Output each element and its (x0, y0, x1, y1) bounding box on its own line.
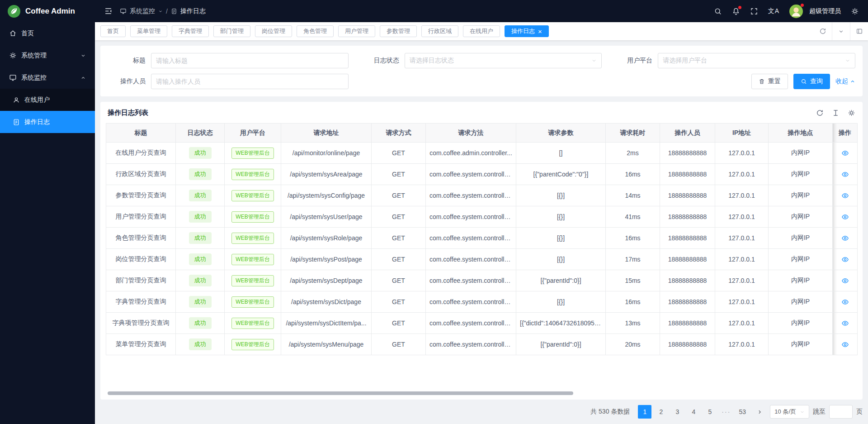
log-status-select[interactable]: 请选择日志状态 (405, 53, 602, 68)
pagination-page[interactable]: 3 (670, 405, 684, 419)
next-page-button[interactable] (753, 405, 766, 419)
sidebar-item-label: 首页 (21, 29, 34, 38)
cell-duration: 41ms (606, 206, 660, 228)
pagination-total: 共 530 条数据 (590, 408, 630, 416)
cell-request-url: /api/system/sysRole/page (281, 228, 372, 249)
row-density-icon[interactable] (832, 109, 840, 117)
collapse-link[interactable]: 收起 (835, 77, 855, 86)
cell-handler: com.coffee.system.controlle... (426, 270, 516, 291)
platform-placeholder: 请选择用户平台 (663, 57, 845, 65)
column-settings-gear-icon[interactable] (848, 109, 855, 117)
settings-gear-icon[interactable] (851, 7, 859, 15)
platform-label: 用户平台 (614, 57, 658, 65)
tab[interactable]: 岗位管理 (255, 25, 292, 37)
view-detail-button[interactable] (841, 341, 849, 348)
tab-label: 部门管理 (220, 27, 244, 35)
cell-location: 内网IP (769, 206, 833, 228)
cell-handler: com.coffee.system.controlle... (426, 164, 516, 185)
notification-bell-icon[interactable] (732, 7, 740, 15)
tab[interactable]: 用户管理 (338, 25, 375, 37)
sidebar-item-online-users[interactable]: 在线用户 (0, 89, 95, 111)
cell-params: [{"dictId":140647326180950... (516, 313, 606, 334)
cell-title: 岗位管理分页查询 (106, 249, 176, 270)
refresh-icon[interactable] (816, 109, 824, 117)
title-label: 标题 (108, 57, 151, 65)
horizontal-scrollbar-thumb[interactable] (108, 391, 573, 395)
cell-status: 成功 (176, 291, 225, 313)
tab[interactable]: 字典管理 (172, 25, 209, 37)
cell-handler: com.coffee.admin.controller... (426, 143, 516, 164)
view-detail-button[interactable] (841, 298, 849, 306)
sidebar-item-home[interactable]: 首页 (0, 22, 95, 44)
menu-fold-icon[interactable] (104, 7, 113, 15)
view-detail-button[interactable] (841, 213, 849, 221)
cell-location: 内网IP (769, 334, 833, 355)
tab-active[interactable]: 操作日志× (505, 25, 549, 37)
tab[interactable]: 角色管理 (297, 25, 334, 37)
pagination-page[interactable]: 53 (736, 405, 749, 419)
breadcrumb-section[interactable]: 系统监控 (130, 7, 155, 15)
search-button[interactable]: 查询 (793, 74, 830, 89)
tab[interactable]: 首页 (100, 25, 126, 37)
cell-ip: 127.0.0.1 (715, 185, 769, 206)
tab-close-icon[interactable]: × (538, 28, 542, 35)
sidebar-item-operation-logs[interactable]: 操作日志 (0, 111, 95, 133)
tab[interactable]: 参数管理 (380, 25, 417, 37)
search-icon[interactable] (714, 7, 722, 15)
fullscreen-icon[interactable] (750, 7, 758, 15)
pagination-page[interactable]: 2 (654, 405, 668, 419)
user-platform-select[interactable]: 请选择用户平台 (658, 53, 855, 68)
status-badge: 成功 (189, 296, 212, 308)
tab[interactable]: 部门管理 (213, 25, 250, 37)
cell-actions (833, 164, 858, 185)
pagination-page[interactable]: 4 (687, 405, 700, 419)
view-detail-button[interactable] (841, 171, 849, 178)
pagination-page[interactable]: 1 (638, 405, 651, 419)
translate-icon[interactable]: 文A (768, 7, 779, 15)
page-size-select[interactable]: 10 条/页 (770, 405, 809, 419)
table-row: 角色管理分页查询成功WEB管理后台/api/system/sysRole/pag… (106, 228, 858, 249)
avatar[interactable] (789, 5, 803, 18)
status-badge: 成功 (189, 317, 212, 329)
sidebar-submenu: 在线用户 操作日志 (0, 89, 95, 133)
cell-title: 部门管理分页查询 (106, 270, 176, 291)
cell-request-method: GET (372, 334, 426, 355)
reset-button[interactable]: 重置 (751, 74, 788, 89)
view-detail-button[interactable] (841, 256, 849, 263)
cell-operator: 18888888888 (660, 228, 715, 249)
cell-duration: 13ms (606, 313, 660, 334)
tab[interactable]: 行政区域 (421, 25, 458, 37)
content-layout-icon[interactable] (850, 22, 868, 40)
table-row: 行政区域分页查询成功WEB管理后台/api/system/sysArea/pag… (106, 164, 858, 185)
column-header: 操作人员 (660, 124, 715, 143)
cell-location: 内网IP (769, 313, 833, 334)
view-detail-button[interactable] (841, 234, 849, 242)
cell-ip: 127.0.0.1 (715, 270, 769, 291)
operator-input[interactable] (151, 74, 349, 89)
sidebar-item-system-monitor[interactable]: 系统监控 (0, 67, 95, 89)
log-document-icon (13, 119, 20, 126)
sidebar: Coffee Admin 首页 系统管理 系统监控 在线用户 操作日志 (0, 0, 95, 424)
view-detail-button[interactable] (841, 319, 849, 327)
search-label: 查询 (810, 77, 823, 86)
cell-ip: 127.0.0.1 (715, 249, 769, 270)
view-detail-button[interactable] (841, 277, 849, 285)
sidebar-item-label: 系统监控 (21, 74, 47, 82)
cell-handler: com.coffee.system.controlle... (426, 185, 516, 206)
pagination-ellipsis: ··· (719, 405, 733, 419)
refresh-icon[interactable] (814, 22, 832, 40)
search-icon (801, 78, 807, 85)
view-detail-button[interactable] (841, 192, 849, 200)
username[interactable]: 超级管理员 (809, 7, 841, 15)
title-input[interactable] (151, 53, 349, 68)
tab[interactable]: 在线用户 (463, 25, 500, 37)
cell-request-method: GET (372, 206, 426, 228)
jump-page-input[interactable] (829, 405, 853, 419)
sidebar-item-system-management[interactable]: 系统管理 (0, 44, 95, 67)
tab-actions-chevron-down-icon[interactable] (832, 22, 850, 40)
pagination-page[interactable]: 5 (703, 405, 717, 419)
gear-icon (9, 52, 17, 59)
cell-title: 用户管理分页查询 (106, 206, 176, 228)
view-detail-button[interactable] (841, 149, 849, 157)
tab[interactable]: 菜单管理 (130, 25, 167, 37)
